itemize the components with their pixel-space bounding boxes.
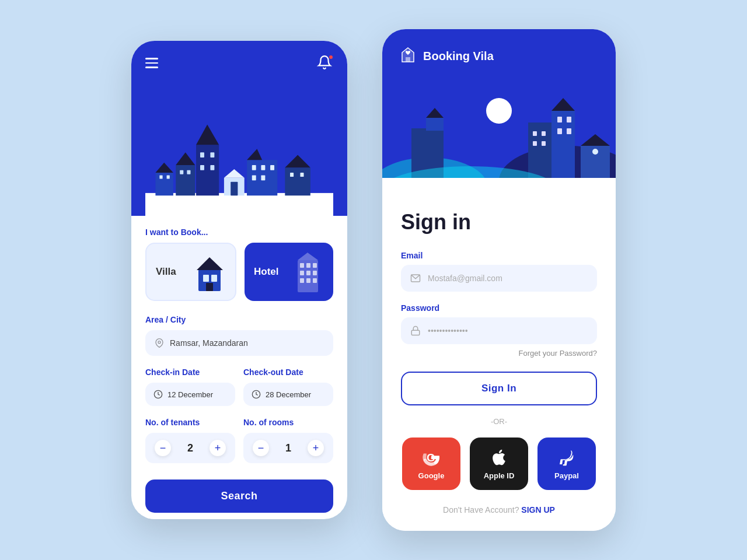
notification-dot [329, 55, 333, 60]
svg-rect-5 [200, 165, 204, 170]
social-row: G Google Apple ID Paypal [401, 438, 597, 490]
svg-rect-25 [167, 175, 170, 178]
svg-rect-17 [261, 175, 265, 180]
svg-marker-64 [426, 108, 444, 118]
svg-rect-57 [567, 128, 571, 134]
hotel-label: Hotel [254, 266, 279, 278]
area-value: Ramsar, Mazandaran [170, 338, 248, 348]
phone-content-left: I want to Book... Villa Hotel [131, 216, 347, 519]
paypal-label: Paypal [554, 471, 579, 480]
tenants-label: No. of tenants [145, 418, 235, 427]
city-illustration-right [382, 76, 616, 192]
brand-logo [399, 46, 417, 66]
svg-marker-53 [551, 98, 575, 111]
svg-rect-7 [176, 165, 195, 195]
hotel-card[interactable]: Hotel [245, 243, 333, 301]
svg-marker-19 [285, 155, 310, 168]
svg-rect-38 [300, 271, 304, 275]
svg-rect-58 [533, 131, 537, 136]
tenants-value: 2 [187, 442, 193, 454]
checkout-label: Check-out Date [243, 368, 333, 377]
svg-marker-66 [581, 134, 610, 146]
svg-marker-27 [224, 169, 245, 178]
svg-rect-10 [187, 170, 190, 174]
svg-rect-28 [231, 182, 238, 195]
svg-rect-59 [542, 131, 546, 136]
svg-rect-24 [159, 175, 162, 178]
svg-marker-30 [197, 257, 223, 270]
svg-point-67 [592, 149, 598, 155]
rooms-counter: − 1 + [243, 433, 333, 463]
svg-rect-22 [155, 173, 173, 195]
svg-marker-12 [247, 149, 262, 160]
email-input[interactable] [428, 274, 588, 283]
svg-rect-52 [551, 111, 575, 187]
svg-rect-1 [196, 145, 219, 195]
svg-rect-20 [290, 173, 294, 177]
signin-title: Sign in [401, 210, 597, 235]
paypal-signin-button[interactable]: Paypal [537, 438, 596, 490]
svg-rect-6 [210, 165, 214, 170]
signup-link[interactable]: SIGN UP [521, 505, 555, 514]
password-input[interactable] [428, 326, 588, 335]
checkout-group: Check-out Date 28 December [243, 368, 333, 406]
svg-rect-41 [300, 278, 304, 283]
svg-rect-13 [252, 165, 256, 170]
svg-rect-4 [210, 152, 214, 158]
rooms-decrement[interactable]: − [253, 440, 269, 456]
svg-rect-37 [313, 263, 317, 268]
svg-rect-16 [252, 175, 256, 180]
svg-rect-31 [203, 275, 209, 282]
signin-form: Sign in Email Password Forget your Passw… [382, 192, 616, 531]
checkout-field[interactable]: 28 December [243, 383, 333, 406]
area-field[interactable]: Ramsar, Mazandaran [145, 330, 333, 356]
tenants-decrement[interactable]: − [155, 440, 171, 456]
svg-point-50 [486, 98, 512, 124]
header-icons [145, 55, 333, 71]
svg-rect-54 [557, 117, 562, 123]
signin-button[interactable]: Sign In [401, 372, 597, 405]
brand-name: Booking Vila [423, 50, 494, 63]
svg-rect-21 [300, 173, 303, 177]
svg-rect-3 [200, 152, 204, 158]
area-label: Area / City [145, 315, 333, 324]
svg-rect-15 [270, 165, 274, 170]
svg-point-45 [158, 341, 160, 344]
svg-rect-42 [306, 278, 310, 283]
date-row: Check-in Date 12 December Check-out Date [145, 368, 333, 406]
apple-label: Apple ID [484, 471, 515, 480]
google-signin-button[interactable]: G Google [402, 438, 460, 490]
forget-password-link[interactable]: Forget your Password? [401, 349, 597, 358]
book-cards: Villa Hotel [145, 243, 333, 301]
or-divider: -OR- [401, 417, 597, 426]
svg-marker-44 [298, 253, 318, 260]
email-label: Email [401, 251, 597, 260]
svg-rect-63 [426, 118, 444, 131]
svg-marker-2 [196, 124, 219, 145]
villa-card[interactable]: Villa [145, 243, 236, 301]
checkin-field[interactable]: 12 December [145, 383, 235, 406]
svg-rect-18 [285, 167, 310, 195]
notification-icon[interactable] [317, 55, 333, 71]
menu-icon[interactable] [145, 58, 158, 68]
svg-rect-61 [542, 141, 546, 146]
svg-marker-23 [155, 163, 173, 173]
password-label: Password [401, 303, 597, 313]
checkin-value: 12 December [167, 390, 213, 399]
svg-rect-69 [382, 178, 616, 192]
rooms-value: 1 [285, 442, 291, 454]
svg-rect-39 [306, 271, 310, 275]
search-button[interactable]: Search [145, 480, 333, 513]
tenants-increment[interactable]: + [210, 440, 226, 456]
area-group: Area / City Ramsar, Mazandaran [145, 315, 333, 356]
svg-rect-71 [411, 330, 420, 335]
checkout-value: 28 December [266, 390, 311, 399]
svg-rect-36 [306, 263, 310, 268]
svg-rect-32 [211, 275, 217, 282]
rooms-increment[interactable]: + [308, 440, 324, 456]
svg-rect-40 [313, 271, 317, 275]
svg-text:G: G [427, 451, 435, 463]
apple-signin-button[interactable]: Apple ID [470, 438, 528, 490]
svg-rect-55 [567, 117, 571, 123]
book-type-label: I want to Book... [145, 228, 333, 237]
